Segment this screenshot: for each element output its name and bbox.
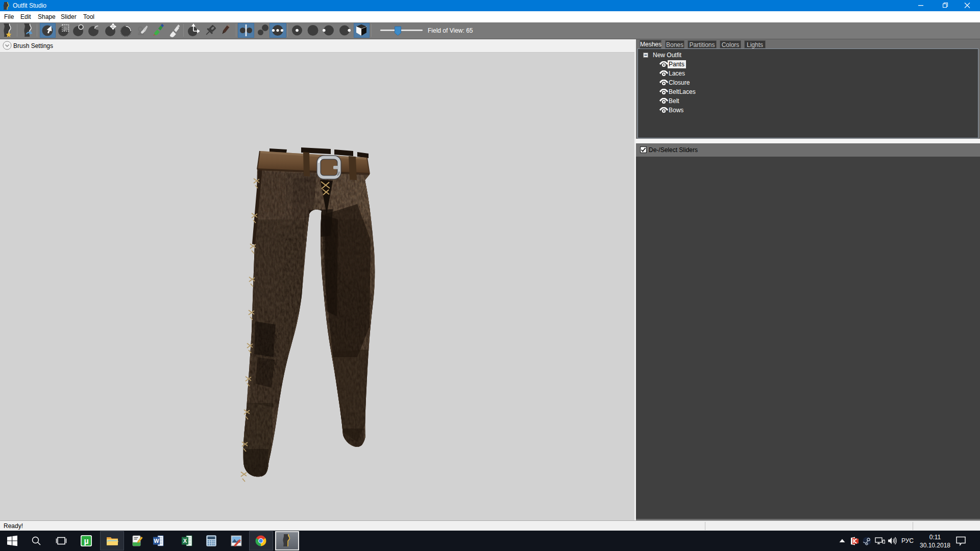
svg-text:W: W	[154, 538, 159, 544]
svg-text:µ: µ	[84, 537, 88, 545]
svg-text:X: X	[183, 538, 187, 544]
